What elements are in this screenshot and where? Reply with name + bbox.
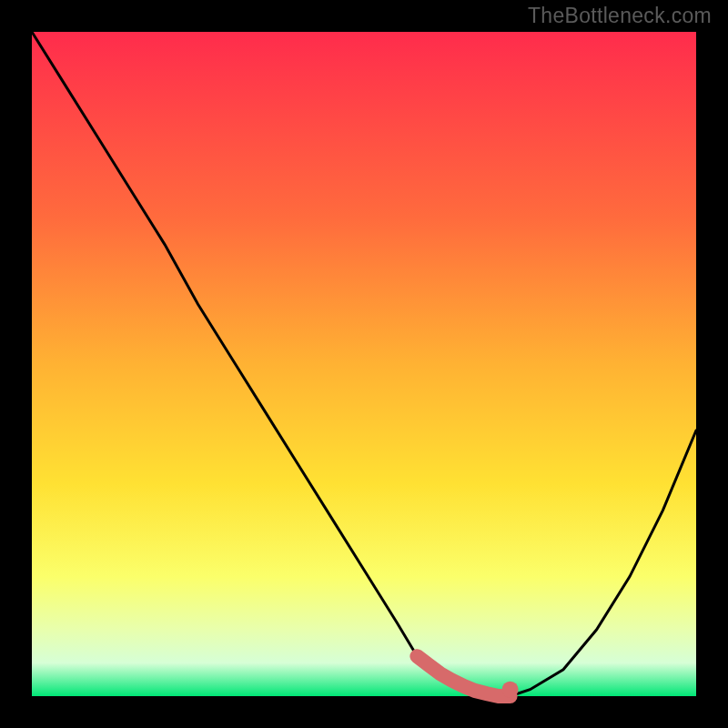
chart-container: TheBottleneck.com bbox=[0, 0, 728, 728]
bottleneck-chart bbox=[0, 0, 728, 728]
plot-area bbox=[32, 32, 696, 696]
watermark-text: TheBottleneck.com bbox=[528, 4, 712, 28]
current-point-marker bbox=[502, 682, 519, 698]
